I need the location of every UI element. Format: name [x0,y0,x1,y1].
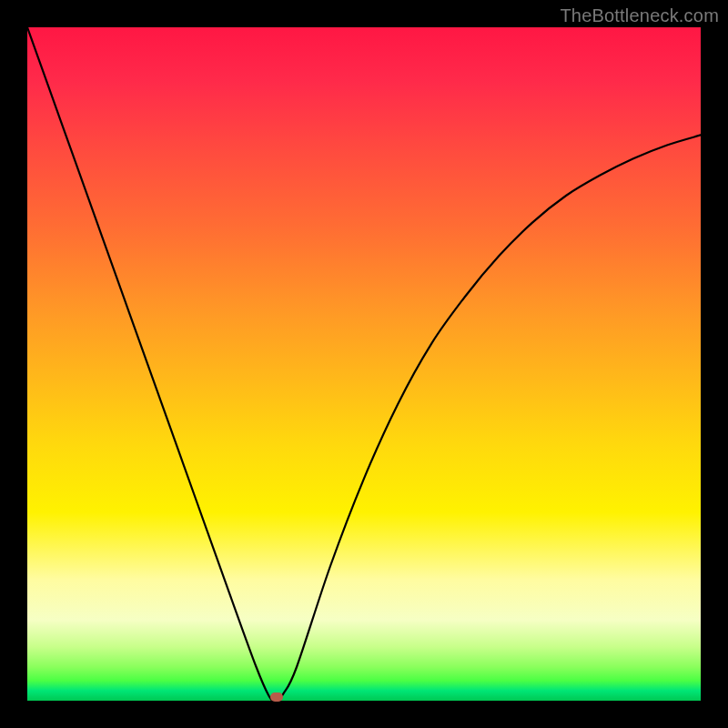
plot-area [27,27,701,701]
chart-container: TheBottleneck.com [0,0,728,728]
optimum-marker [270,693,283,702]
curve-svg [27,27,701,701]
watermark-text: TheBottleneck.com [560,5,719,26]
bottleneck-curve [27,27,701,701]
